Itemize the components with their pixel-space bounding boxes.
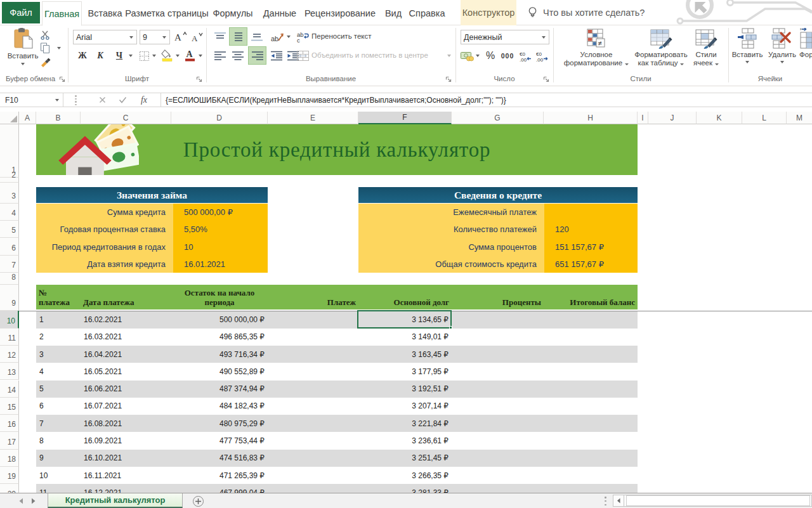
cell-D17[interactable]: 477 753,44 ₽ <box>174 432 265 449</box>
cell-C12[interactable]: 16.04.2021 <box>84 346 168 363</box>
ribbon-tab-1[interactable]: Главная <box>42 1 82 26</box>
row-header-3[interactable]: 3 <box>0 183 19 204</box>
row-header-12[interactable]: 12 <box>0 346 19 363</box>
font-size-combo[interactable]: 9 <box>140 30 170 44</box>
loan-values-row-value[interactable]: 500 000,00 ₽ <box>173 204 268 221</box>
row-header-15[interactable]: 15 <box>0 398 19 415</box>
cell-F11[interactable]: 3 149,01 ₽ <box>362 329 449 346</box>
cell-D11[interactable]: 496 865,35 ₽ <box>174 329 265 346</box>
align-top-button[interactable] <box>212 29 228 44</box>
column-header-L[interactable]: L <box>742 112 787 124</box>
cell-D20[interactable]: 467 999,04 ₽ <box>174 484 265 493</box>
cell-C15[interactable]: 16.07.2021 <box>84 398 168 415</box>
conditional-formatting-button[interactable]: ≠ Условноеформатирование <box>561 28 632 67</box>
cell-B15[interactable]: 6 <box>39 398 77 415</box>
font-name-combo[interactable]: Arial <box>73 30 137 44</box>
column-header-F[interactable]: F <box>358 112 452 124</box>
percent-style-button[interactable]: % <box>483 48 497 63</box>
ribbon-tab-9[interactable]: Конструктор <box>461 0 516 25</box>
cell-F14[interactable]: 3 192,51 ₽ <box>362 381 449 398</box>
row-header-19[interactable]: 19 <box>0 467 19 484</box>
cell-C14[interactable]: 16.06.2021 <box>84 381 168 398</box>
sheet-tab-active[interactable]: Кредитный калькулятор <box>48 493 183 508</box>
formula-input[interactable]: {=ЕСЛИОШИБКА(ЕСЛИ(КредитНеВыплачивается*… <box>160 93 812 107</box>
cell-C17[interactable]: 16.09.2021 <box>84 432 168 449</box>
loan-info-row-value[interactable] <box>544 204 638 221</box>
orientation-button[interactable]: ab <box>269 29 285 44</box>
loan-values-row-value[interactable]: 10 <box>173 238 268 256</box>
column-header-D[interactable]: D <box>171 112 268 124</box>
merge-center-label[interactable]: Объединить и поместить в центре <box>311 51 428 59</box>
ribbon-tab-2[interactable]: Вставка <box>84 1 126 25</box>
wrap-text-label[interactable]: Переносить текст <box>311 32 372 40</box>
cell-B12[interactable]: 3 <box>39 346 77 363</box>
row-header-10[interactable]: 10 <box>0 311 19 328</box>
ribbon-tab-8[interactable]: Справка <box>409 1 445 25</box>
fill-color-button[interactable] <box>160 47 175 63</box>
decrease-indent-button[interactable] <box>269 48 284 63</box>
loan-values-row-value[interactable]: 16.01.2021 <box>173 256 268 273</box>
format-painter-button[interactable] <box>38 56 53 68</box>
bold-button[interactable]: Ж <box>75 48 90 63</box>
merge-center-caret[interactable] <box>447 55 451 57</box>
increase-font-button[interactable]: А <box>173 30 188 44</box>
accounting-format-button[interactable] <box>459 48 475 63</box>
prev-sheet-button[interactable] <box>17 497 25 505</box>
cell-D18[interactable]: 474 516,83 ₽ <box>174 450 265 467</box>
cell-D14[interactable]: 487 374,94 ₽ <box>174 381 265 398</box>
delete-cells-button[interactable]: Удалить <box>766 28 798 63</box>
cut-button[interactable] <box>38 29 53 41</box>
insert-cells-button[interactable]: Вставить <box>731 28 764 63</box>
row-header-17[interactable]: 17 <box>0 432 19 449</box>
row-header-20[interactable]: 20 <box>0 484 19 493</box>
underline-button[interactable]: Ч <box>112 48 127 63</box>
tell-me-box[interactable]: Что вы хотите сделать? <box>528 4 645 22</box>
cell-F19[interactable]: 3 266,35 ₽ <box>362 467 449 484</box>
column-header-B[interactable]: B <box>36 112 81 124</box>
row-header-13[interactable]: 13 <box>0 363 19 380</box>
loan-info-row-value[interactable]: 651 157,67 ₽ <box>544 256 638 273</box>
cell-B19[interactable]: 10 <box>39 467 77 484</box>
hscroll-thumb[interactable] <box>626 495 810 506</box>
cell-C18[interactable]: 16.10.2021 <box>84 450 168 467</box>
orientation-caret[interactable] <box>287 36 291 38</box>
ribbon-tab-7[interactable]: Вид <box>379 1 407 25</box>
tab-splitter[interactable] <box>605 497 606 505</box>
row-header-14[interactable]: 14 <box>0 381 19 398</box>
cell-D10[interactable]: 500 000,00 ₽ <box>174 311 265 328</box>
clipboard-dialog-launcher[interactable] <box>58 75 67 84</box>
wrap-text-button[interactable]: ab c <box>296 29 310 44</box>
align-center-button[interactable] <box>230 48 246 63</box>
cell-F20[interactable]: 3 281,33 ₽ <box>362 484 449 493</box>
cell-B16[interactable]: 7 <box>39 415 77 432</box>
decrease-font-button[interactable]: А <box>189 30 204 44</box>
loan-info-row-value[interactable]: 120 <box>544 221 638 238</box>
cell-C16[interactable]: 16.08.2021 <box>84 415 168 432</box>
align-right-button[interactable] <box>249 47 266 64</box>
horizontal-scrollbar[interactable] <box>624 495 812 507</box>
cell-C19[interactable]: 16.11.2021 <box>84 467 168 484</box>
comma-style-button[interactable]: 000 <box>499 48 516 63</box>
column-header-C[interactable]: C <box>81 112 171 124</box>
name-box[interactable]: F10 <box>0 93 63 107</box>
paste-button[interactable]: Вставить <box>6 28 39 65</box>
loan-info-row-value[interactable]: 151 157,67 ₽ <box>544 238 638 256</box>
number-format-combo[interactable]: Денежный <box>461 30 549 44</box>
column-header-H[interactable]: H <box>544 112 638 124</box>
borders-button[interactable] <box>137 48 151 63</box>
cell-C20[interactable]: 16.12.2021 <box>84 484 168 493</box>
cancel-button[interactable] <box>94 93 110 107</box>
row-header-18[interactable]: 18 <box>0 450 19 467</box>
grid-canvas[interactable]: Простой кредитный калькулятор Значения з… <box>0 124 812 493</box>
row-header-11[interactable]: 11 <box>0 329 19 346</box>
align-bottom-button[interactable] <box>249 29 265 44</box>
increase-decimal-button[interactable]: €0.00 <box>518 48 534 63</box>
column-header-G[interactable]: G <box>452 112 544 124</box>
row-header-8[interactable]: 8 <box>0 273 19 285</box>
cell-C10[interactable]: 16.02.2021 <box>84 311 168 328</box>
cell-D15[interactable]: 484 182,43 ₽ <box>174 398 265 415</box>
cell-B10[interactable]: 1 <box>39 311 77 328</box>
cell-D19[interactable]: 471 265,39 ₽ <box>174 467 265 484</box>
cell-F12[interactable]: 3 163,45 ₽ <box>362 346 449 363</box>
dropdown-caret-icon[interactable] <box>539 31 548 43</box>
